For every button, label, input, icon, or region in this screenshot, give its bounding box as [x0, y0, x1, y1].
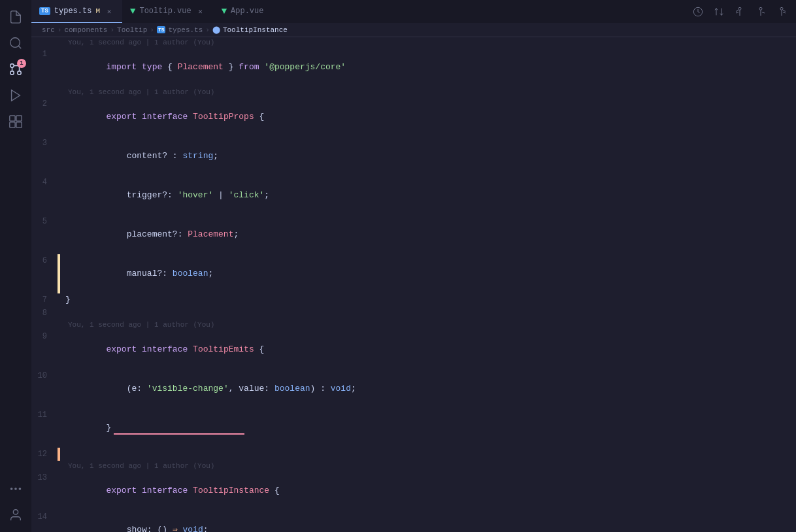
- tab-types-ts-label: types.ts: [54, 7, 92, 16]
- breadcrumb: src › components › Tooltip › TS types.ts…: [31, 23, 796, 37]
- svg-point-2: [18, 71, 22, 75]
- source-control-icon[interactable]: 1: [4, 58, 27, 81]
- svg-line-1: [18, 46, 21, 48]
- tab-bar: TS types.ts M ✕ ▼ Tooltip.vue ✕ ▼ App.vu…: [31, 0, 796, 23]
- activity-bar: 1: [0, 0, 31, 532]
- vue-lang-icon-2: ▼: [222, 6, 227, 16]
- code-line-9: 9 export interface TooltipEmits {: [31, 330, 796, 369]
- code-line-6: 6 manual?: boolean;: [31, 254, 796, 293]
- code-line-2: 2 export interface TooltipProps {: [31, 97, 796, 137]
- diff-icon[interactable]: [710, 3, 728, 21]
- files-icon[interactable]: [4, 5, 27, 29]
- svg-rect-7: [10, 116, 15, 121]
- line-num-1: 1: [31, 48, 58, 87]
- search-icon[interactable]: [4, 31, 27, 55]
- code-line-8: 8: [31, 307, 796, 320]
- vue-lang-icon-1: ▼: [130, 6, 135, 16]
- svg-point-24: [759, 7, 762, 10]
- tab-tooltip-vue[interactable]: ▼ Tooltip.vue ✕: [122, 0, 214, 23]
- svg-rect-9: [10, 122, 15, 127]
- svg-point-12: [14, 488, 17, 490]
- avatar-icon[interactable]: [4, 503, 27, 527]
- toolbar-icons: [689, 0, 796, 23]
- breadcrumb-tooltipinstance[interactable]: TooltipInstance: [223, 26, 288, 34]
- svg-point-26: [780, 7, 783, 10]
- tab-types-ts[interactable]: TS types.ts M ✕: [31, 0, 122, 23]
- breadcrumb-src[interactable]: src: [42, 26, 55, 34]
- blame-group-3: You, 1 second ago | 1 author (You): [31, 320, 796, 330]
- tab-app-vue[interactable]: ▼ App.vue: [214, 0, 272, 23]
- code-line-12: 12: [31, 448, 796, 461]
- pin-right-icon[interactable]: [772, 3, 791, 21]
- svg-point-0: [10, 38, 20, 48]
- tab-types-ts-close[interactable]: ✕: [104, 6, 114, 16]
- svg-marker-6: [12, 90, 20, 101]
- breadcrumb-components[interactable]: components: [64, 26, 107, 34]
- breadcrumb-typests[interactable]: types.ts: [168, 26, 203, 34]
- pin-left-icon[interactable]: [731, 3, 749, 21]
- code-line-1: 1 import type { Placement } from '@poppe…: [31, 48, 796, 87]
- run-debug-icon[interactable]: [4, 84, 27, 107]
- code-line-13: 13 export interface TooltipInstance {: [31, 471, 796, 510]
- code-line-11: 11 }: [31, 408, 796, 448]
- code-line-7: 7 }: [31, 293, 796, 307]
- breadcrumb-tooltip[interactable]: Tooltip: [117, 26, 147, 34]
- svg-point-4: [10, 71, 14, 75]
- ellipsis-icon[interactable]: [4, 477, 27, 501]
- tab-tooltip-vue-label: Tooltip.vue: [139, 7, 191, 16]
- tab-app-vue-label: App.vue: [231, 7, 263, 16]
- code-line-5: 5 placement?: Placement;: [31, 215, 796, 254]
- code-editor[interactable]: You, 1 second ago | 1 author (You) 1 imp…: [31, 37, 796, 532]
- history-icon[interactable]: [689, 3, 707, 21]
- tab-modified-badge: M: [95, 7, 100, 15]
- split-icon[interactable]: [752, 3, 770, 21]
- svg-rect-10: [16, 122, 22, 127]
- source-control-badge: 1: [17, 59, 26, 68]
- editor-area: TS types.ts M ✕ ▼ Tooltip.vue ✕ ▼ App.vu…: [31, 0, 796, 532]
- blame-group-1: You, 1 second ago | 1 author (You): [31, 37, 796, 48]
- blame-group-4: You, 1 second ago | 1 author (You): [31, 461, 796, 471]
- tab-tooltip-vue-close[interactable]: ✕: [195, 6, 206, 16]
- svg-point-14: [13, 510, 18, 514]
- blame-group-2: You, 1 second ago | 1 author (You): [31, 87, 796, 97]
- ts-lang-icon: TS: [39, 7, 50, 15]
- code-line-4: 4 trigger?: 'hover' | 'click';: [31, 176, 796, 215]
- svg-point-11: [10, 488, 13, 490]
- code-line-10: 10 (e: 'visible-change', value: boolean)…: [31, 369, 796, 408]
- code-line-14: 14 show: () ⇒ void;: [31, 510, 796, 532]
- svg-rect-8: [16, 116, 22, 121]
- svg-point-3: [10, 64, 14, 68]
- svg-point-22: [738, 7, 741, 10]
- code-line-3: 3 content? : string;: [31, 137, 796, 176]
- svg-point-13: [19, 488, 22, 490]
- extensions-icon[interactable]: [4, 110, 27, 133]
